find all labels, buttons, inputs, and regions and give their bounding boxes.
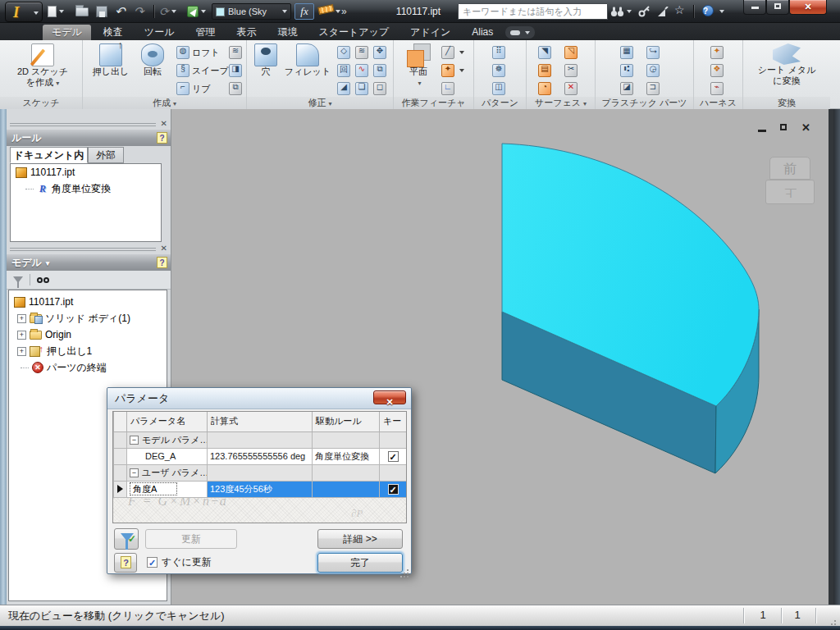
maximize-button[interactable] [766, 0, 789, 15]
rectangular-pattern-button[interactable]: ⠿ [492, 46, 505, 59]
tab-manage[interactable]: 管理 [186, 25, 224, 40]
search-binoculars-button[interactable] [610, 6, 632, 17]
circular-pattern-button[interactable]: ☸ [492, 64, 505, 77]
qat-overflow-button[interactable]: » [341, 3, 347, 20]
tab-getstarted[interactable]: スタートアップ [309, 25, 398, 40]
save-button[interactable] [96, 4, 107, 19]
table-row-model-params[interactable]: モデル パラメ… [114, 431, 407, 448]
axis-button[interactable]: ╱ [441, 46, 464, 59]
draft-button[interactable]: ◢ [337, 82, 350, 95]
rules-tree-root[interactable]: 110117.ipt [11, 164, 161, 180]
driving-rule-cell[interactable]: 角度単位変換 [313, 448, 380, 464]
browser-search-icon[interactable] [37, 277, 49, 283]
extrude-button[interactable]: 押し出し [89, 43, 132, 77]
parameters-fx-button[interactable]: fx [294, 3, 314, 20]
copy-object-button[interactable]: ⧉ [373, 64, 386, 77]
measure-chevron[interactable] [333, 4, 340, 19]
redo-button[interactable] [134, 4, 144, 19]
immediate-update-checkbox[interactable] [147, 557, 158, 568]
chamfer-button[interactable]: ◇ [337, 46, 350, 59]
tab-addins[interactable]: アドイン [401, 25, 459, 40]
model-panel-grip[interactable] [7, 245, 171, 254]
delete-surface-button[interactable]: ✕ [564, 82, 578, 95]
rules-panel-help-icon[interactable] [157, 132, 167, 144]
expand-icon[interactable] [17, 331, 26, 340]
split-button[interactable]: ∿ [355, 64, 368, 77]
thread-button[interactable]: ≋ [355, 46, 368, 59]
fillet-button[interactable]: フィレット [283, 43, 332, 77]
rules-tree[interactable]: 110117.ipt 角度単位変換 [10, 163, 162, 242]
grill-button[interactable]: ▦ [620, 46, 633, 59]
param-name-editbox[interactable]: 角度A [130, 482, 177, 495]
help-chevron[interactable] [717, 6, 724, 17]
sweep-button[interactable]: §スイープ [176, 64, 229, 77]
expand-icon[interactable] [17, 347, 26, 356]
key-cell[interactable] [380, 481, 407, 497]
viewcube-front-face[interactable]: 前 [769, 157, 810, 180]
document-close-button[interactable] [800, 122, 815, 134]
delete-face-button[interactable]: ◻ [373, 82, 386, 95]
tab-tools[interactable]: ツール [135, 25, 184, 40]
model-panel-help-icon[interactable] [157, 257, 167, 268]
table-row-angle-a-selected[interactable]: 角度A 123度45分56秒 [114, 481, 407, 497]
close-button[interactable] [789, 0, 827, 15]
undo-button[interactable] [115, 4, 126, 19]
driving-rule-cell[interactable] [313, 481, 380, 497]
rules-tab-external[interactable]: 外部 [88, 147, 124, 163]
loft-button[interactable]: ◍ロフト [176, 46, 220, 59]
mirror-button[interactable]: ◫ [492, 82, 505, 95]
help-search-input[interactable]: キーワードまたは語句を入力 [458, 3, 608, 20]
rules-panel-grip[interactable] [7, 121, 171, 130]
rest-button[interactable]: ⑆ [620, 64, 633, 77]
expand-icon[interactable] [17, 314, 26, 323]
group-name-cell[interactable]: ユーザ パラメ… [127, 464, 208, 481]
new-file-button[interactable] [48, 4, 64, 19]
filter-button[interactable] [114, 528, 139, 550]
view-cube[interactable]: 前 上 [765, 157, 815, 206]
col-parameter-name[interactable]: パラメータ名 [127, 412, 208, 431]
col-key[interactable]: キー [380, 412, 407, 431]
key-checkbox[interactable] [388, 451, 399, 462]
emboss-button[interactable]: ◨ [229, 64, 242, 77]
convert-to-sheet-metal-button[interactable]: シート メタル に変換 [751, 43, 822, 86]
hole-button[interactable]: 穴 [252, 43, 280, 77]
document-minimize-button[interactable] [756, 122, 770, 134]
empty-cell[interactable] [313, 431, 380, 448]
snap-fit-button[interactable]: ⊐ [646, 82, 660, 95]
empty-cell[interactable] [208, 464, 313, 481]
viewcube-bottom-face[interactable]: 上 [765, 180, 815, 204]
done-button[interactable]: 完了 [317, 553, 403, 573]
key-checkbox[interactable] [388, 484, 399, 495]
create-2d-sketch-button[interactable]: 2D スケッチ を作成 [13, 43, 72, 89]
table-row-deg-a[interactable]: DEG_A 123.765555555556 deg 角度単位変換 [114, 448, 407, 464]
model-tree-end-of-part[interactable]: パーツの終端 [9, 359, 167, 376]
collapse-icon[interactable] [130, 468, 139, 477]
minimize-button[interactable] [743, 0, 766, 15]
equation-cell[interactable]: 123.765555555556 deg [208, 448, 313, 464]
equation-cell[interactable]: 123度45分56秒 [208, 481, 313, 497]
boss-button[interactable]: ⮑ [646, 46, 660, 59]
group-name-cell[interactable]: モデル パラメ… [127, 431, 208, 448]
subscription-key-button[interactable] [638, 6, 651, 17]
derive-button[interactable]: ⧉ [229, 82, 242, 95]
measure-ruler-icon[interactable] [317, 4, 334, 15]
tab-environments[interactable]: 環境 [268, 25, 306, 40]
empty-cell[interactable] [380, 464, 407, 481]
key-cell[interactable] [380, 448, 407, 464]
harness-segment-button[interactable]: ⌁ [710, 82, 724, 95]
help-button[interactable] [702, 5, 714, 16]
col-driving-rule[interactable]: 駆動ルール [313, 412, 380, 431]
model-panel-header[interactable]: モデル [7, 254, 171, 271]
col-equation[interactable]: 計算式 [208, 412, 313, 431]
coil-button[interactable]: ≋ [229, 46, 242, 59]
extend-button[interactable]: ◔ [538, 82, 551, 95]
model-tree-origin[interactable]: Origin [9, 326, 167, 343]
rules-panel-close-icon[interactable] [161, 119, 167, 128]
stitch-button[interactable]: ◥ [538, 46, 551, 59]
empty-cell[interactable] [208, 431, 313, 448]
model-tree-root[interactable]: 110117.ipt [9, 294, 167, 310]
document-restore-button[interactable] [777, 122, 792, 134]
model-tree-extrusion[interactable]: 押し出し1 [9, 343, 167, 359]
dialog-resize-grip[interactable] [407, 569, 409, 571]
browser-filter-icon[interactable] [13, 276, 23, 283]
